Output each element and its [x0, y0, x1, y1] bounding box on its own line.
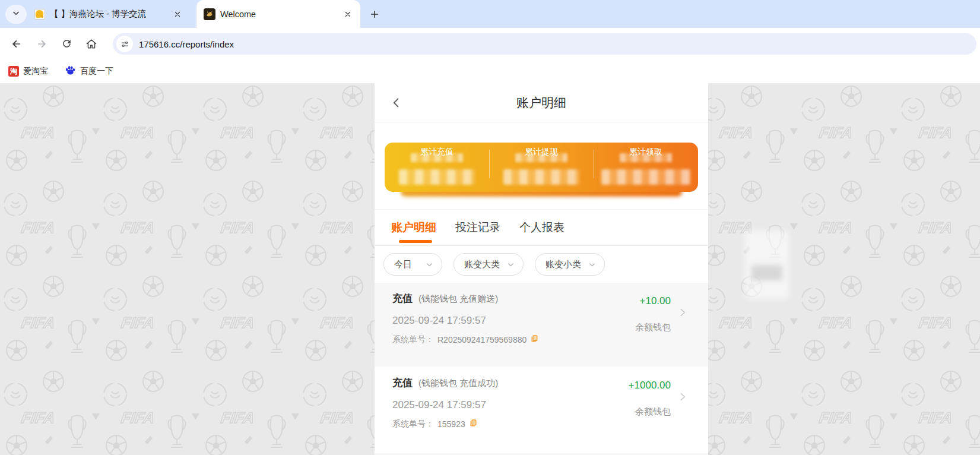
browser-window: 【 】海燕论坛 - 博学交流 Welcome — [0, 0, 980, 455]
tab-title: Welcome — [220, 10, 338, 19]
chevron-down-icon — [12, 9, 20, 20]
order-label: 系统单号： — [392, 334, 434, 345]
site-info-icon[interactable] — [116, 36, 133, 52]
tab-welcome[interactable]: Welcome — [196, 0, 360, 28]
tab-search-button[interactable] — [5, 5, 27, 24]
filter-major-category-select[interactable]: 账变大类 — [453, 253, 524, 276]
filter-minor-category-select[interactable]: 账变小类 — [535, 253, 605, 276]
tab-personal-report[interactable]: 个人报表 — [519, 220, 564, 235]
transaction-row[interactable]: 充值 (钱能钱包 充值赠送) 2025-09-24 17:59:57 系统单号：… — [375, 283, 708, 367]
taobao-icon: 淘 — [8, 66, 19, 77]
page-title: 账户明细 — [516, 94, 566, 111]
tab-account-detail[interactable]: 账户明细 — [391, 220, 436, 235]
bookmark-baidu[interactable]: 百度一下 — [65, 65, 113, 78]
page-content: FIFA 账户明细 累计充值 — [0, 83, 980, 455]
browser-toolbar: 175616.cc/reports/index — [0, 28, 980, 59]
chevron-right-icon — [678, 307, 687, 321]
back-chevron-icon[interactable] — [389, 95, 404, 110]
blurred-floating-widget — [744, 230, 789, 299]
copy-icon[interactable] — [530, 334, 539, 345]
stat-label: 累计领取 — [594, 147, 698, 157]
transaction-type: 充值 — [392, 376, 413, 390]
close-icon[interactable] — [342, 9, 353, 20]
filter-label: 今日 — [394, 259, 412, 270]
bookmark-label: 百度一下 — [80, 66, 113, 77]
forward-button[interactable] — [32, 34, 51, 53]
address-bar[interactable]: 175616.cc/reports/index — [113, 33, 976, 55]
back-button[interactable] — [7, 34, 26, 53]
chevron-down-icon — [426, 261, 433, 268]
transaction-type: 充值 — [392, 292, 413, 305]
wallet-name: 余额钱包 — [635, 322, 671, 333]
filter-row: 今日 账变大类 账变小类 — [375, 246, 708, 283]
bookmark-taobao[interactable]: 淘 爱淘宝 — [8, 66, 48, 77]
report-tabs: 账户明细 投注记录 个人报表 — [375, 209, 708, 246]
stat-label: 累计充值 — [385, 147, 489, 157]
tab-strip: 【 】海燕论坛 - 博学交流 Welcome — [0, 0, 980, 28]
order-number: R202509241759569880 — [437, 335, 527, 345]
stat-total-deposit: 累计充值 — [385, 143, 489, 192]
active-tab-underline — [399, 240, 432, 243]
baidu-paw-icon — [65, 65, 76, 78]
filter-label: 账变小类 — [545, 259, 581, 270]
forum-favicon — [34, 9, 45, 20]
filter-label: 账变大类 — [464, 259, 500, 270]
redacted-value — [399, 169, 475, 185]
transaction-row[interactable]: 充值 (钱能钱包 充值成功) 2025-09-24 17:59:57 系统单号：… — [375, 367, 708, 451]
bookmarks-bar: 淘 爱淘宝 百度一下 — [0, 59, 980, 83]
tab-bet-records[interactable]: 投注记录 — [455, 220, 500, 235]
transaction-detail: (钱能钱包 充值赠送) — [418, 293, 498, 305]
transaction-detail: (钱能钱包 充值成功) — [418, 378, 498, 389]
new-tab-button[interactable] — [367, 7, 382, 21]
wallet-name: 余额钱包 — [635, 406, 671, 418]
bookmark-label: 爱淘宝 — [23, 66, 48, 77]
stat-total-claim: 累计领取 — [594, 143, 698, 192]
redacted-value — [503, 169, 579, 185]
home-button[interactable] — [82, 34, 101, 53]
tab-haiyan-forum[interactable]: 【 】海燕论坛 - 博学交流 — [28, 0, 189, 28]
chevron-down-icon — [588, 261, 596, 268]
stat-total-withdraw: 累计提现 — [489, 143, 594, 192]
order-label: 系统单号： — [392, 419, 434, 429]
close-icon[interactable] — [172, 9, 183, 20]
panel-header: 账户明细 — [375, 83, 708, 122]
filter-date-select[interactable]: 今日 — [383, 253, 442, 276]
summary-card-section: 累计充值 累计提现 累计领取 — [375, 122, 708, 197]
welcome-favicon — [204, 8, 215, 20]
redacted-value — [601, 169, 690, 185]
copy-icon[interactable] — [469, 419, 478, 429]
stat-label: 累计提现 — [489, 147, 594, 157]
chevron-right-icon — [678, 391, 687, 405]
transaction-amount: +1000.00 — [629, 380, 671, 391]
account-detail-panel: 账户明细 累计充值 累计提现 累计领取 — [375, 83, 708, 455]
tab-title: 【 】海燕论坛 - 博学交流 — [50, 8, 167, 20]
order-number: 155923 — [437, 419, 465, 429]
chevron-down-icon — [507, 261, 515, 268]
transaction-amount: +10.00 — [640, 295, 671, 307]
summary-card: 累计充值 累计提现 累计领取 — [385, 143, 698, 192]
reload-button[interactable] — [57, 34, 76, 53]
url-text: 175616.cc/reports/index — [139, 39, 234, 49]
